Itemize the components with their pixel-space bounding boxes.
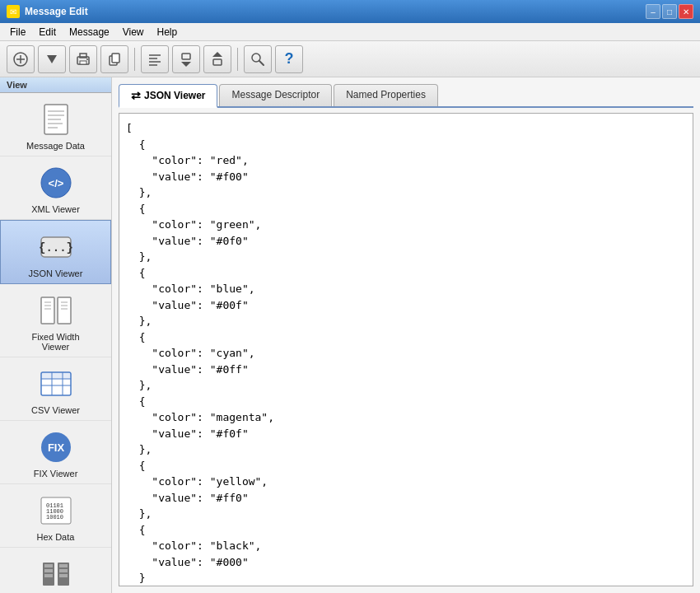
move-up-button[interactable] bbox=[203, 45, 231, 73]
sidebar-item-csv-viewer[interactable]: CSV Viewer bbox=[0, 357, 111, 421]
svg-text:10010: 10010 bbox=[46, 514, 63, 521]
svg-text:FIX: FIX bbox=[47, 441, 64, 454]
minimize-button[interactable]: – bbox=[646, 4, 660, 19]
right-panel: ⇄ JSON Viewer Message Descriptor Named P… bbox=[112, 77, 700, 593]
new-button[interactable] bbox=[7, 45, 35, 73]
svg-rect-17 bbox=[213, 59, 222, 65]
fix-viewer-label: FIX Viewer bbox=[34, 469, 78, 479]
toolbar: ? bbox=[0, 41, 700, 77]
tab-named-properties-label: Named Properties bbox=[346, 89, 426, 100]
tab-message-descriptor[interactable]: Message Descriptor bbox=[219, 84, 332, 106]
svg-text:</>: </> bbox=[48, 177, 63, 189]
svg-line-19 bbox=[259, 61, 264, 65]
tab-message-descriptor-label: Message Descriptor bbox=[231, 89, 320, 100]
sidebar-item-fix-viewer[interactable]: FIX FIX Viewer bbox=[0, 421, 111, 484]
ebcdic-hex-data-icon bbox=[36, 554, 76, 593]
sidebar-item-xml-viewer[interactable]: </> XML Viewer bbox=[0, 156, 111, 220]
sidebar-item-hex-data[interactable]: 011011100010010 Hex Data bbox=[0, 484, 111, 548]
separator-1 bbox=[134, 48, 135, 71]
align-left-button[interactable] bbox=[141, 45, 169, 73]
title-bar: ✉ Message Edit – □ ✕ bbox=[0, 0, 700, 23]
tab-json-viewer[interactable]: ⇄ JSON Viewer bbox=[119, 84, 217, 108]
menu-view[interactable]: View bbox=[116, 25, 151, 40]
menu-edit[interactable]: Edit bbox=[32, 25, 63, 40]
svg-marker-15 bbox=[181, 62, 191, 67]
xml-viewer-label: XML Viewer bbox=[31, 204, 80, 214]
sidebar-item-ebcdic-hex-data[interactable]: EBCDICHEX Data bbox=[0, 548, 111, 593]
svg-rect-53 bbox=[44, 564, 53, 567]
hex-data-icon: 011011100010010 bbox=[36, 491, 76, 530]
svg-rect-14 bbox=[182, 54, 190, 59]
svg-rect-31 bbox=[41, 297, 54, 324]
svg-rect-44 bbox=[41, 372, 71, 379]
sidebar-item-json-viewer[interactable]: {...} JSON Viewer bbox=[0, 220, 111, 284]
title-buttons: – □ ✕ bbox=[646, 4, 693, 19]
app-icon: ✉ bbox=[7, 5, 20, 18]
json-content: [ { "color": "red", "value": "#f00" }, {… bbox=[126, 120, 686, 586]
menu-bar: File Edit Message View Help bbox=[0, 23, 700, 41]
move-down-button[interactable] bbox=[172, 45, 200, 73]
sidebar-header: View bbox=[0, 77, 111, 93]
svg-point-7 bbox=[86, 58, 88, 60]
window-title: Message Edit bbox=[25, 6, 88, 17]
fixed-width-viewer-label: Fixed WidthViewer bbox=[31, 332, 79, 352]
json-viewer-icon: {...} bbox=[36, 227, 76, 267]
search-button[interactable] bbox=[244, 45, 272, 73]
fix-viewer-icon: FIX bbox=[36, 427, 76, 467]
menu-help[interactable]: Help bbox=[151, 25, 184, 40]
csv-viewer-label: CSV Viewer bbox=[31, 405, 80, 415]
svg-rect-57 bbox=[59, 569, 68, 572]
help-button[interactable]: ? bbox=[275, 45, 303, 73]
svg-rect-58 bbox=[59, 574, 68, 577]
menu-message[interactable]: Message bbox=[63, 25, 116, 40]
svg-rect-56 bbox=[59, 564, 68, 567]
hex-data-label: Hex Data bbox=[37, 532, 75, 542]
close-button[interactable]: ✕ bbox=[679, 4, 693, 19]
separator-2 bbox=[237, 48, 238, 71]
title-bar-left: ✉ Message Edit bbox=[7, 5, 88, 18]
tab-json-label: JSON Viewer bbox=[144, 90, 205, 101]
fixed-width-viewer-icon bbox=[36, 291, 76, 330]
svg-text:{...}: {...} bbox=[38, 241, 72, 254]
svg-rect-5 bbox=[80, 54, 86, 58]
sidebar-item-message-data[interactable]: Message Data bbox=[0, 93, 111, 156]
menu-file[interactable]: File bbox=[3, 25, 32, 40]
svg-rect-55 bbox=[44, 574, 53, 577]
svg-rect-6 bbox=[80, 61, 86, 64]
svg-marker-3 bbox=[47, 55, 57, 63]
svg-rect-9 bbox=[112, 54, 119, 63]
svg-rect-32 bbox=[58, 297, 71, 324]
tab-named-properties[interactable]: Named Properties bbox=[334, 84, 438, 106]
csv-viewer-icon bbox=[36, 364, 76, 404]
svg-marker-16 bbox=[212, 52, 222, 57]
tab-json-icon: ⇄ bbox=[131, 89, 141, 102]
message-data-label: Message Data bbox=[26, 141, 85, 151]
print-button[interactable] bbox=[69, 45, 97, 73]
json-viewer-label: JSON Viewer bbox=[29, 268, 83, 278]
tab-bar: ⇄ JSON Viewer Message Descriptor Named P… bbox=[119, 84, 693, 108]
xml-viewer-icon: </> bbox=[36, 163, 76, 203]
svg-rect-54 bbox=[44, 569, 53, 572]
copy-button[interactable] bbox=[100, 45, 128, 73]
json-content-area: [ { "color": "red", "value": "#f00" }, {… bbox=[119, 113, 693, 586]
down-button[interactable] bbox=[38, 45, 66, 73]
sidebar: View Message Data </> XML Viewer {...} bbox=[0, 77, 112, 593]
message-data-icon bbox=[36, 100, 76, 139]
sidebar-item-fixed-width-viewer[interactable]: Fixed WidthViewer bbox=[0, 284, 111, 357]
maximize-button[interactable]: □ bbox=[662, 4, 677, 19]
main-content: View Message Data </> XML Viewer {...} bbox=[0, 77, 700, 593]
